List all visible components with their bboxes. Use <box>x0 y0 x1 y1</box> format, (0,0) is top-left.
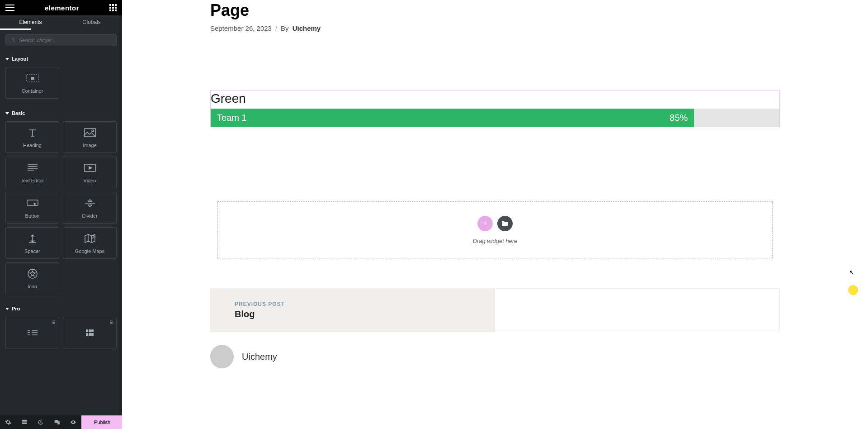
text-editor-icon <box>27 162 38 174</box>
add-template-button[interactable] <box>497 216 513 231</box>
widget-heading[interactable]: Heading <box>5 121 59 153</box>
apps-grid-icon[interactable] <box>109 4 117 11</box>
post-author[interactable]: Uichemy <box>292 24 321 32</box>
svg-point-3 <box>92 130 94 132</box>
image-icon <box>84 126 96 139</box>
widget-pro-locked-1[interactable] <box>5 317 59 348</box>
svg-rect-5 <box>27 200 38 205</box>
svg-rect-8 <box>86 329 88 332</box>
sidebar-footer: Publish ⌃ <box>0 415 122 429</box>
history-icon[interactable] <box>33 415 49 429</box>
svg-rect-10 <box>91 329 94 332</box>
progress-bar-widget[interactable]: Green Team 1 85% <box>210 90 780 127</box>
widget-spacer[interactable]: Spacer <box>5 227 59 259</box>
drop-zone[interactable]: + Drag widget here <box>217 201 773 258</box>
hamburger-icon[interactable] <box>5 5 14 11</box>
widget-divider[interactable]: Divider <box>63 192 117 224</box>
button-icon <box>27 197 38 210</box>
widget-image[interactable]: Image <box>63 121 117 153</box>
folder-icon <box>501 220 509 227</box>
panel-tabs: Elements Globals <box>0 15 122 29</box>
avatar[interactable] <box>210 345 234 368</box>
widget-video[interactable]: Video <box>63 157 117 188</box>
search-input[interactable] <box>19 38 112 43</box>
preview-icon[interactable] <box>65 415 81 429</box>
next-post-placeholder <box>495 288 780 332</box>
section-basic-header[interactable]: Basic <box>0 106 122 118</box>
svg-rect-11 <box>86 333 88 336</box>
widget-container[interactable]: Container <box>5 67 59 99</box>
sidebar-header: elementor <box>0 0 122 15</box>
progress-percent: 85% <box>670 113 688 123</box>
lock-icon <box>109 320 113 324</box>
page-title: Page <box>210 1 780 20</box>
navigator-icon[interactable] <box>16 415 33 429</box>
lock-icon <box>52 320 56 324</box>
editor-canvas[interactable]: Page September 26, 2023 / By Uichemy Gre… <box>122 0 868 429</box>
search-widget-box[interactable] <box>5 34 117 46</box>
video-icon <box>84 162 96 174</box>
divider-icon <box>85 197 95 210</box>
elementor-sidebar: elementor Elements Globals Layout <box>0 0 122 429</box>
progress-title: Green <box>211 91 779 109</box>
previous-post-link[interactable]: PREVIOUS POST Blog <box>210 288 495 332</box>
progress-fill: Team 1 85% <box>211 109 694 127</box>
section-pro-header[interactable]: Pro <box>0 301 122 313</box>
widget-pro-locked-2[interactable] <box>63 317 117 348</box>
highlight-marker <box>848 285 858 295</box>
star-icon <box>28 267 38 280</box>
widget-button[interactable]: Button <box>5 192 59 224</box>
svg-rect-1 <box>31 77 34 80</box>
logo: elementor <box>45 4 79 12</box>
caret-down-icon <box>5 308 9 310</box>
widget-icon[interactable]: Icon <box>5 262 59 294</box>
map-icon <box>85 232 95 245</box>
tab-globals[interactable]: Globals <box>61 15 122 29</box>
progress-inner-label: Team 1 <box>217 113 247 123</box>
tab-elements[interactable]: Elements <box>0 15 61 29</box>
settings-icon[interactable] <box>0 415 16 429</box>
add-section-button[interactable]: + <box>477 216 493 231</box>
post-date: September 26, 2023 <box>210 24 272 32</box>
svg-rect-12 <box>89 333 91 336</box>
drop-hint: Drag widget here <box>473 238 518 244</box>
widget-text-editor[interactable]: Text Editor <box>5 157 59 188</box>
author-box: Uichemy <box>210 343 780 370</box>
progress-track: Team 1 85% <box>211 109 779 127</box>
author-name[interactable]: Uichemy <box>242 352 277 362</box>
widget-google-maps[interactable]: Google Maps <box>63 227 117 259</box>
caret-down-icon <box>5 112 9 114</box>
search-icon <box>10 38 15 43</box>
spacer-icon <box>28 232 37 245</box>
responsive-icon[interactable] <box>49 415 65 429</box>
post-navigation: PREVIOUS POST Blog <box>210 288 780 332</box>
cursor-icon: ↖ <box>849 269 854 276</box>
container-icon <box>26 72 39 85</box>
section-layout-header[interactable]: Layout <box>0 52 122 63</box>
heading-icon <box>27 126 38 139</box>
page-meta: September 26, 2023 / By Uichemy <box>210 24 780 32</box>
svg-rect-13 <box>91 333 94 336</box>
svg-rect-9 <box>89 329 91 332</box>
caret-down-icon <box>5 58 9 60</box>
